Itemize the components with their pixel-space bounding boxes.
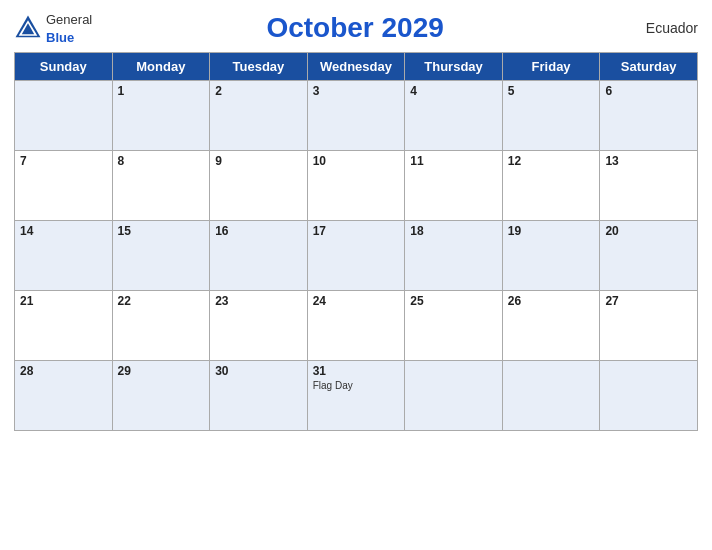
calendar-cell: 23 [210,291,308,361]
calendar-week-row: 78910111213 [15,151,698,221]
calendar-week-row: 14151617181920 [15,221,698,291]
calendar-cell: 29 [112,361,210,431]
calendar-cell [15,81,113,151]
day-number: 19 [508,224,595,238]
calendar-cell: 5 [502,81,600,151]
calendar-week-row: 21222324252627 [15,291,698,361]
day-number: 4 [410,84,497,98]
header-wednesday: Wednesday [307,53,405,81]
calendar-cell: 11 [405,151,503,221]
calendar-cell: 17 [307,221,405,291]
calendar-cell: 18 [405,221,503,291]
day-number: 23 [215,294,302,308]
day-number: 2 [215,84,302,98]
calendar-cell: 9 [210,151,308,221]
day-number: 28 [20,364,107,378]
calendar-cell: 28 [15,361,113,431]
calendar-cell: 12 [502,151,600,221]
calendar-cell: 15 [112,221,210,291]
day-number: 5 [508,84,595,98]
calendar-cell: 14 [15,221,113,291]
calendar-cell: 20 [600,221,698,291]
header-monday: Monday [112,53,210,81]
logo-icon [14,14,42,42]
calendar-cell: 3 [307,81,405,151]
calendar-header: General Blue October 2029 Ecuador [14,10,698,46]
day-number: 20 [605,224,692,238]
calendar-cell: 25 [405,291,503,361]
logo-text: General Blue [46,10,92,46]
calendar-table: Sunday Monday Tuesday Wednesday Thursday… [14,52,698,431]
logo-blue: Blue [46,30,74,45]
day-number: 29 [118,364,205,378]
header-thursday: Thursday [405,53,503,81]
calendar-cell: 30 [210,361,308,431]
days-header-row: Sunday Monday Tuesday Wednesday Thursday… [15,53,698,81]
calendar-cell: 2 [210,81,308,151]
calendar-cell: 1 [112,81,210,151]
day-number: 11 [410,154,497,168]
calendar-cell: 7 [15,151,113,221]
calendar-cell: 19 [502,221,600,291]
calendar-cell: 22 [112,291,210,361]
calendar-cell [502,361,600,431]
day-number: 12 [508,154,595,168]
calendar-cell: 16 [210,221,308,291]
day-number: 13 [605,154,692,168]
calendar-cell: 8 [112,151,210,221]
calendar-cell [600,361,698,431]
month-title: October 2029 [92,12,618,44]
event-label: Flag Day [313,380,400,391]
calendar-cell: 21 [15,291,113,361]
calendar-week-row: 28293031Flag Day [15,361,698,431]
calendar-cell: 27 [600,291,698,361]
day-number: 16 [215,224,302,238]
day-number: 17 [313,224,400,238]
day-number: 14 [20,224,107,238]
day-number: 22 [118,294,205,308]
header-tuesday: Tuesday [210,53,308,81]
day-number: 3 [313,84,400,98]
calendar-cell: 6 [600,81,698,151]
calendar-week-row: 123456 [15,81,698,151]
day-number: 24 [313,294,400,308]
calendar-cell: 13 [600,151,698,221]
day-number: 7 [20,154,107,168]
day-number: 18 [410,224,497,238]
header-friday: Friday [502,53,600,81]
calendar-cell: 31Flag Day [307,361,405,431]
logo-general: General [46,12,92,27]
day-number: 9 [215,154,302,168]
day-number: 6 [605,84,692,98]
logo: General Blue [14,10,92,46]
day-number: 1 [118,84,205,98]
day-number: 31 [313,364,400,378]
calendar-cell: 24 [307,291,405,361]
calendar-page: General Blue October 2029 Ecuador Sunday… [0,0,712,550]
day-number: 26 [508,294,595,308]
day-number: 8 [118,154,205,168]
calendar-cell: 26 [502,291,600,361]
day-number: 30 [215,364,302,378]
calendar-cell: 10 [307,151,405,221]
header-sunday: Sunday [15,53,113,81]
country-label: Ecuador [618,20,698,36]
day-number: 15 [118,224,205,238]
day-number: 21 [20,294,107,308]
calendar-cell [405,361,503,431]
day-number: 27 [605,294,692,308]
header-saturday: Saturday [600,53,698,81]
day-number: 10 [313,154,400,168]
day-number: 25 [410,294,497,308]
calendar-cell: 4 [405,81,503,151]
